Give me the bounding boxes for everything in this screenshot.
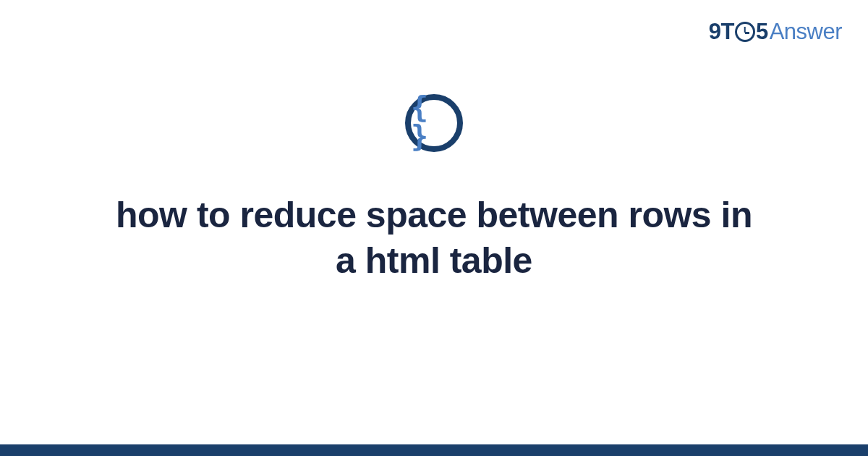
logo-suffix: 5 [756,19,768,45]
braces-glyph: { } [411,93,457,151]
logo-prefix: 9T [709,19,734,45]
site-logo: 9T 5 Answer [709,19,842,45]
clock-icon [735,22,755,42]
page-title: how to reduce space between rows in a ht… [109,193,760,283]
main-content: { } how to reduce space between rows in … [0,94,868,283]
logo-word: Answer [770,19,842,45]
footer-bar [0,444,868,456]
code-braces-icon: { } [405,94,463,152]
